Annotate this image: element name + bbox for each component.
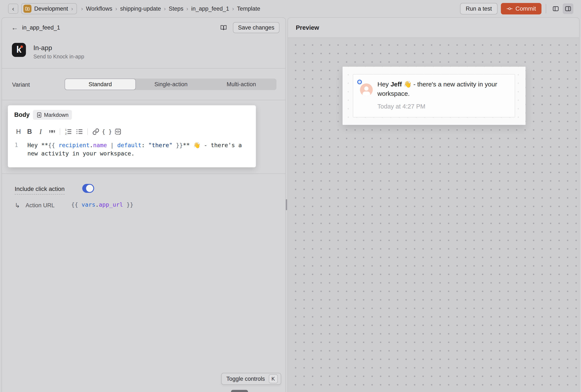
link-icon[interactable] (90, 127, 101, 137)
divider (2, 68, 286, 69)
run-a-test-button[interactable]: Run a test (460, 3, 497, 14)
commit-button[interactable]: Commit (501, 3, 542, 14)
template-code[interactable]: Hey **{{ recipient.name | default: "ther… (28, 141, 250, 158)
divider (546, 4, 546, 13)
editor-header: ← in_app_feed_1 Save changes (2, 18, 286, 39)
braces-icon[interactable]: { } (101, 127, 112, 137)
svg-text:1: 1 (65, 128, 67, 131)
save-changes-button[interactable]: Save changes (233, 22, 280, 33)
bottom-sheet-peek (231, 390, 248, 392)
commit-icon (506, 5, 513, 12)
code-block-icon[interactable] (112, 127, 124, 137)
heading-icon[interactable]: H (13, 127, 24, 137)
divider (2, 100, 286, 100)
divider (87, 128, 88, 135)
chevron-right-icon: › (161, 5, 169, 12)
environment-switcher[interactable]: Development › (21, 3, 77, 14)
toggle-right-panel-button[interactable] (563, 3, 573, 14)
divider (2, 173, 286, 174)
breadcrumb-workflows[interactable]: Workflows (86, 5, 112, 12)
back-chevron-icon: ‹ (12, 5, 14, 12)
breadcrumb-workflow-name[interactable]: shipping-update (120, 5, 161, 12)
format-badge[interactable]: Markdown (33, 110, 72, 120)
unread-indicator (357, 80, 362, 84)
line-number: 1 (15, 142, 18, 148)
variant-segmented-control: Standard Single-action Multi-action (64, 78, 276, 90)
variant-label: Variant (12, 81, 30, 88)
back-button[interactable]: ‹ (8, 3, 18, 14)
include-click-action-toggle[interactable] (82, 184, 94, 193)
variant-option-standard[interactable]: Standard (64, 78, 136, 90)
variant-option-single-action[interactable]: Single-action (136, 78, 206, 90)
environment-name: Development (34, 5, 68, 12)
action-url-value[interactable]: {{ vars.app_url }} (71, 201, 134, 208)
preview-header: Preview (288, 18, 579, 37)
keyboard-shortcut-key: K (269, 374, 278, 383)
folder-icon (24, 5, 32, 13)
action-url-label: Action URL (26, 202, 54, 209)
include-click-action-label: Include click action (15, 186, 64, 195)
body-editor-card: Body Markdown H B I ”” 1 2 (8, 105, 256, 167)
body-field-label: Body (14, 111, 30, 118)
notification-cell[interactable]: Hey Jeff 👋 - there's a new activity in y… (353, 74, 515, 117)
notification-message: Hey Jeff 👋 - there's a new activity in y… (378, 80, 502, 98)
ordered-list-icon[interactable]: 1 2 (63, 127, 74, 137)
markdown-file-icon (36, 112, 42, 118)
notification-timestamp: Today at 4:27 PM (378, 103, 426, 110)
chevron-right-icon: › (229, 5, 237, 12)
panel-resize-handle[interactable] (286, 199, 287, 210)
knock-channel-logo: k (12, 43, 26, 57)
panel-left-icon (552, 5, 559, 12)
preview-title: Preview (296, 24, 319, 31)
divider (60, 128, 60, 135)
channel-subtitle: Send to Knock in-app (33, 53, 84, 60)
formatting-toolbar: H B I ”” 1 2 (13, 127, 124, 137)
top-bar: ‹ Development › › Workflows › shipping-u… (0, 0, 581, 17)
step-name: in_app_feed_1 (22, 24, 60, 31)
bullet-list-icon[interactable] (74, 127, 85, 137)
svg-text:2: 2 (65, 132, 67, 135)
toggle-left-panel-button[interactable] (550, 3, 561, 14)
toggle-knob (86, 185, 93, 192)
chevron-right-icon: › (71, 5, 73, 12)
channel-title: In-app (33, 44, 52, 52)
variant-option-multi-action[interactable]: Multi-action (206, 78, 276, 90)
blockquote-icon[interactable]: ”” (46, 127, 57, 137)
chevron-right-icon: › (112, 5, 120, 12)
action-url-row: ↳ Action URL (15, 202, 54, 209)
back-arrow-icon[interactable]: ← (10, 23, 19, 32)
bold-icon[interactable]: B (24, 127, 35, 137)
breadcrumb-steps[interactable]: Steps (169, 5, 184, 12)
breadcrumb-step-name[interactable]: in_app_feed_1 (191, 5, 229, 12)
chevron-right-icon: › (184, 5, 191, 12)
italic-icon[interactable]: I (35, 127, 46, 137)
knock-logo-dot (20, 45, 23, 48)
docs-button[interactable] (218, 22, 229, 33)
preview-canvas: Hey Jeff 👋 - there's a new activity in y… (288, 37, 579, 392)
person-icon (360, 83, 373, 96)
chevron-right-icon: › (77, 5, 86, 12)
template-editor-panel: ← in_app_feed_1 Save changes k In-app Se… (2, 17, 286, 392)
toggle-controls-button[interactable]: Toggle controls K (221, 373, 281, 385)
panel-right-icon (564, 5, 572, 12)
preview-panel: Preview Hey Jeff 👋 - there's a new activ… (288, 17, 580, 392)
breadcrumb-template[interactable]: Template (237, 5, 260, 12)
avatar (360, 83, 373, 96)
return-arrow-icon: ↳ (15, 202, 20, 209)
book-icon (220, 24, 227, 31)
feed-preview-container: Hey Jeff 👋 - there's a new activity in y… (342, 67, 526, 125)
